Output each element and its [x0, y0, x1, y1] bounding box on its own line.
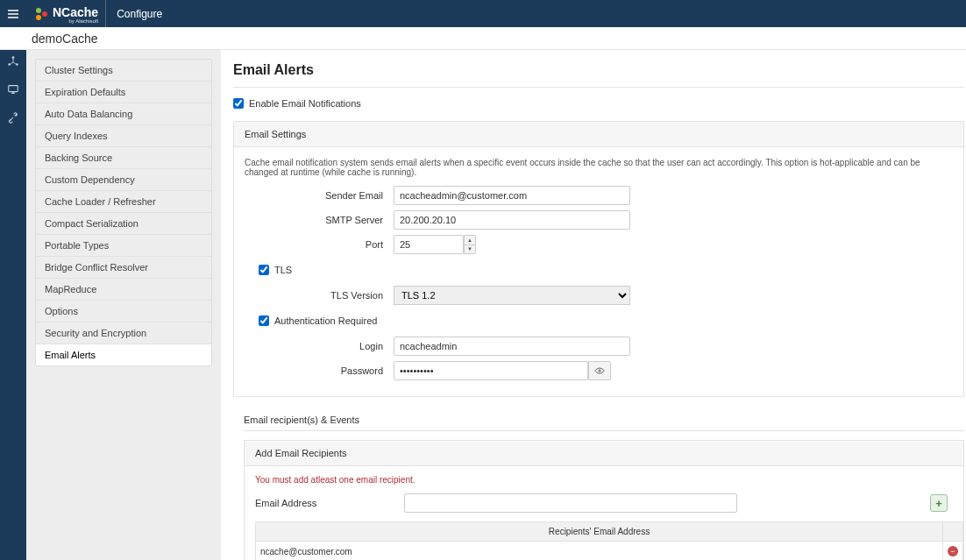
sidebar-item-bridge-conflict-resolver[interactable]: Bridge Conflict Resolver	[36, 257, 211, 279]
sidebar-item-security-and-encryption[interactable]: Security and Encryption	[36, 323, 211, 344]
email-address-input[interactable]	[404, 493, 737, 513]
sidebar-item-custom-dependency[interactable]: Custom Dependency	[36, 169, 211, 191]
add-recipients-header: Add Email Recipients	[245, 441, 963, 466]
remove-recipient-button[interactable]: −	[948, 546, 958, 556]
monitor-icon[interactable]	[7, 83, 19, 99]
menu-toggle[interactable]	[0, 7, 26, 21]
sidebar-item-query-indexes[interactable]: Query Indexes	[36, 125, 211, 147]
table-header: Recipients' Email Address	[256, 522, 943, 542]
toggle-password-icon[interactable]	[588, 361, 611, 380]
svg-point-2	[36, 15, 41, 20]
sidebar-item-cache-loader-refresher[interactable]: Cache Loader / Refresher	[36, 191, 211, 213]
sidebar-item-mapreduce[interactable]: MapReduce	[36, 279, 211, 301]
sidebar-item-options[interactable]: Options	[36, 301, 211, 323]
email-address-label: Email Address	[255, 498, 360, 508]
sidebar-item-cluster-settings[interactable]: Cluster Settings	[36, 60, 211, 82]
sender-email-input[interactable]	[394, 186, 630, 205]
auth-required-checkbox[interactable]: Authentication Required	[259, 315, 377, 326]
main-content: Email Alerts Enable Email Notifications …	[221, 50, 966, 560]
recipients-table: Recipients' Email Address ncache@custome…	[255, 521, 963, 560]
svg-rect-6	[9, 86, 18, 92]
tools-icon[interactable]	[7, 111, 19, 127]
enable-notifications-input[interactable]	[233, 98, 244, 109]
brand-logo[interactable]: NCache by Alachisoft	[26, 0, 106, 27]
tls-input[interactable]	[259, 265, 269, 275]
email-settings-card: Email Settings Cache email notification …	[233, 121, 964, 397]
brand-name: NCache	[53, 5, 98, 19]
sidebar-item-backing-source[interactable]: Backing Source	[36, 147, 211, 169]
sidebar-item-portable-types[interactable]: Portable Types	[36, 235, 211, 257]
settings-nav: Cluster SettingsExpiration DefaultsAuto …	[26, 50, 221, 560]
recipient-warning: You must add atleast one email recipient…	[255, 475, 963, 485]
topbar: NCache by Alachisoft Configure	[0, 0, 966, 27]
breadcrumb: demoCache	[0, 27, 966, 50]
tls-version-select[interactable]: TLS 1.2	[394, 286, 630, 305]
svg-point-7	[599, 370, 600, 372]
email-settings-header: Email Settings	[234, 122, 963, 147]
settings-description: Cache email notification system sends em…	[245, 158, 953, 177]
sidebar-item-email-alerts[interactable]: Email Alerts	[36, 344, 211, 365]
icon-rail	[0, 50, 26, 560]
svg-point-0	[36, 8, 41, 13]
login-label: Login	[245, 341, 394, 351]
add-recipients-card: Add Email Recipients You must add atleas…	[244, 440, 964, 560]
password-input[interactable]	[394, 361, 588, 380]
tls-checkbox[interactable]: TLS	[259, 265, 292, 275]
smtp-server-label: SMTP Server	[245, 215, 394, 225]
recipients-header: Email recipient(s) & Events	[244, 415, 964, 425]
smtp-server-input[interactable]	[394, 210, 630, 230]
auth-required-input[interactable]	[259, 315, 269, 326]
page-title: Email Alerts	[233, 62, 964, 78]
login-input[interactable]	[394, 337, 630, 356]
sidebar-item-compact-serialization[interactable]: Compact Serialization	[36, 213, 211, 235]
cluster-icon[interactable]	[7, 55, 19, 71]
brand-byline: by Alachisoft	[51, 18, 98, 24]
configure-link[interactable]: Configure	[106, 8, 173, 20]
password-label: Password	[245, 365, 394, 376]
port-label: Port	[245, 239, 394, 250]
svg-point-1	[42, 11, 47, 17]
table-row: ncache@customer.com−	[256, 542, 963, 561]
sender-email-label: Sender Email	[245, 190, 394, 201]
add-recipient-button[interactable]: +	[930, 494, 948, 512]
sidebar-item-expiration-defaults[interactable]: Expiration Defaults	[36, 82, 211, 103]
port-input[interactable]	[394, 235, 464, 254]
enable-notifications-checkbox[interactable]: Enable Email Notifications	[233, 98, 361, 109]
recipient-cell: ncache@customer.com	[256, 542, 943, 561]
port-spinner[interactable]: ▲▼	[464, 235, 476, 254]
sidebar-item-auto-data-balancing[interactable]: Auto Data Balancing	[36, 103, 211, 125]
tls-version-label: TLS Version	[245, 290, 394, 301]
